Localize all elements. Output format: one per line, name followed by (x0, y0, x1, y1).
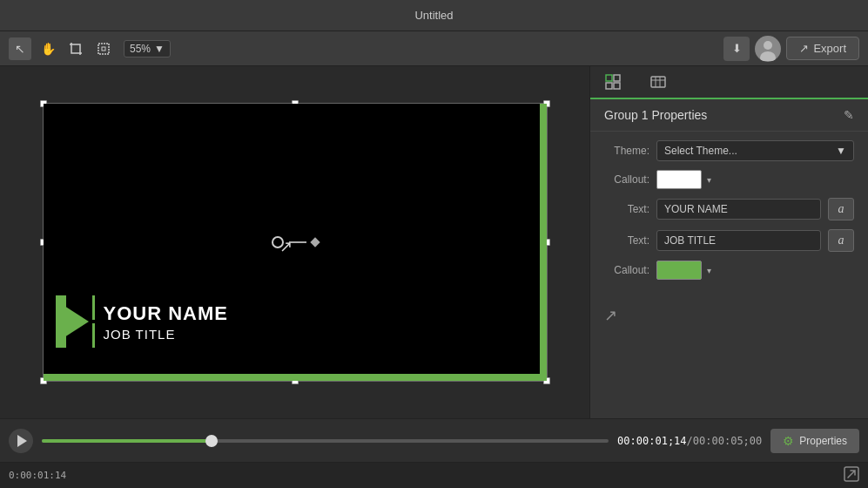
user-avatar[interactable] (755, 36, 781, 62)
svg-point-8 (760, 51, 776, 61)
keyframe-diamond (310, 237, 320, 247)
time-display: 00:00:01;14/00:00:05;00 (617, 435, 762, 447)
panel-edit-icon[interactable]: ✎ (844, 108, 854, 122)
text2-label: Text: (604, 234, 649, 247)
title-bar: Untitled (0, 0, 868, 31)
transform-tool[interactable] (92, 37, 115, 60)
callout1-arrow[interactable]: ▾ (707, 175, 711, 185)
tab-keyframes[interactable] (636, 66, 681, 99)
svg-rect-11 (606, 83, 612, 89)
callout2-arrow[interactable]: ▾ (707, 266, 711, 275)
text1-label: Text: (604, 203, 649, 215)
status-bar: 0:00:01:14 (0, 462, 868, 488)
video-canvas: YOUR NAME JOB TITLE ↗ (44, 104, 547, 381)
main-area: YOUR NAME JOB TITLE ↗ (0, 66, 868, 418)
window-title: Untitled (414, 9, 453, 22)
callout2-row: Callout: ▾ (604, 261, 854, 280)
svg-rect-12 (614, 83, 620, 89)
callout1-control: ▾ (656, 170, 711, 189)
canvas-area: YOUR NAME JOB TITLE ↗ (0, 66, 589, 418)
play-button[interactable] (9, 429, 33, 453)
status-time: 0:00:01:14 (9, 470, 66, 481)
text2-row: Text: a (604, 229, 854, 252)
theme-dropdown-icon: ▼ (836, 145, 846, 157)
svg-rect-13 (651, 77, 665, 87)
timeline-track[interactable] (42, 439, 609, 443)
zoom-control[interactable]: 55% ▼ (124, 40, 171, 58)
svg-rect-9 (606, 75, 612, 81)
properties-label: Properties (799, 435, 847, 447)
text1-row: Text: a (604, 198, 854, 220)
callout1-row: Callout: ▾ (604, 170, 854, 189)
theme-row: Theme: Select Theme... ▼ (604, 140, 854, 161)
zoom-level: 55% (130, 43, 151, 55)
name-text: YOUR NAME (104, 302, 228, 325)
panel-tabs (590, 66, 868, 99)
keyframe-circle (272, 236, 284, 248)
cursor-arrow: ↗ (604, 307, 617, 324)
panel-content: Theme: Select Theme... ▼ Callout: ▾ Text… (590, 132, 868, 288)
gear-icon: ⚙ (783, 434, 794, 448)
text2-font-button[interactable]: a (828, 229, 854, 252)
play-icon-lower-third (64, 306, 89, 337)
name-text-block: YOUR NAME JOB TITLE (104, 302, 228, 342)
callout2-label: Callout: (604, 264, 649, 276)
tab-properties[interactable] (590, 66, 636, 99)
callout1-swatch[interactable] (656, 170, 702, 189)
theme-value: Select Theme... (664, 145, 737, 157)
properties-button[interactable]: ⚙ Properties (770, 429, 859, 453)
svg-rect-10 (614, 75, 620, 81)
divider-line-2 (92, 323, 95, 348)
play-icon (17, 435, 27, 447)
current-time: 00:00:01;14 (617, 435, 686, 447)
text1-font-button[interactable]: a (828, 198, 854, 220)
properties-panel: Group 1 Properties ✎ Theme: Select Theme… (589, 66, 868, 418)
divider-lines (92, 295, 95, 348)
svg-rect-0 (71, 44, 80, 53)
hand-tool[interactable]: ✋ (37, 37, 59, 60)
keyframe-line (289, 241, 306, 243)
timeline-thumb[interactable] (205, 435, 218, 447)
zoom-dropdown-icon: ▼ (154, 43, 165, 55)
crop-tool[interactable] (64, 37, 87, 60)
callout2-swatch[interactable] (656, 261, 702, 280)
status-export-icon[interactable] (844, 466, 859, 485)
export-icon: ↗ (799, 42, 809, 55)
theme-select[interactable]: Select Theme... ▼ (656, 140, 854, 161)
select-tool[interactable]: ↖ (9, 37, 31, 60)
timeline: 00:00:01;14/00:00:05;00 ⚙ Properties (0, 418, 868, 462)
callout2-control: ▾ (656, 261, 711, 280)
svg-rect-5 (98, 44, 109, 54)
toolbar: ↖ ✋ 55% ▼ ⬇ ↗ Export (0, 31, 868, 66)
keyframe-marker (272, 236, 319, 248)
panel-header: Group 1 Properties ✎ (590, 99, 868, 132)
panel-title: Group 1 Properties (604, 108, 707, 122)
title-text: JOB TITLE (104, 327, 228, 342)
export-button[interactable]: ↗ Export (786, 37, 859, 60)
text2-input[interactable] (656, 230, 821, 251)
svg-point-7 (764, 41, 772, 50)
panel-cursor-area: ↗ (590, 288, 868, 342)
text1-input[interactable] (656, 199, 821, 220)
theme-label: Theme: (604, 145, 649, 157)
timeline-progress (42, 439, 212, 443)
svg-rect-6 (102, 47, 105, 51)
green-right-bar (540, 104, 547, 381)
green-bottom-stripe (44, 374, 547, 381)
lower-third: YOUR NAME JOB TITLE (44, 288, 547, 355)
download-button[interactable]: ⬇ (723, 37, 750, 61)
callout1-label: Callout: (604, 173, 649, 186)
canvas-wrapper[interactable]: YOUR NAME JOB TITLE ↗ (43, 103, 548, 382)
export-label: Export (813, 42, 846, 55)
divider-line-1 (92, 295, 95, 320)
total-time: 00:00:05;00 (693, 435, 762, 447)
